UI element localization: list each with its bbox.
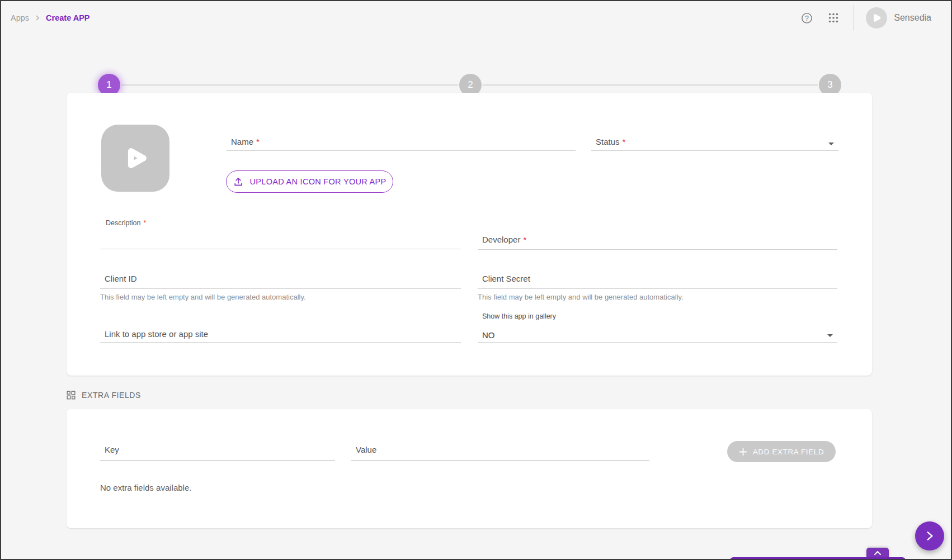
- apps-menu-button[interactable]: [826, 11, 841, 25]
- extra-field-value: Value: [351, 445, 649, 461]
- topbar-right: ? Sensedia: [799, 1, 951, 35]
- grid-dots-icon: [827, 12, 840, 24]
- step-number: 3: [827, 79, 832, 91]
- extra-fields-title: EXTRA FIELDS: [82, 391, 141, 400]
- stepper-connector: [483, 84, 818, 86]
- extra-field-key: Key: [100, 445, 335, 461]
- chevron-up-icon: [874, 550, 882, 556]
- svg-text:?: ?: [805, 14, 809, 22]
- description-label: Description*: [100, 219, 146, 227]
- upload-icon-button[interactable]: UPLOAD AN ICON FOR YOUR APP: [226, 170, 393, 193]
- brand: Sensedia: [866, 7, 931, 29]
- developer-field: Developer*: [478, 235, 837, 250]
- app-icon-placeholder: [101, 125, 169, 192]
- gallery-selected-value: NO: [478, 330, 495, 340]
- grid-squares-icon: [67, 391, 76, 400]
- help-button[interactable]: ?: [799, 11, 814, 25]
- description-input[interactable]: [100, 235, 461, 249]
- breadcrumb: Apps Create APP: [11, 1, 90, 35]
- play-mark-icon: [118, 141, 153, 175]
- breadcrumb-apps-link[interactable]: Apps: [11, 13, 29, 22]
- developer-input[interactable]: [478, 236, 837, 249]
- chevron-right-icon: [923, 530, 936, 542]
- sensedia-logo-icon: [866, 7, 887, 29]
- chevron-down-icon: [827, 334, 833, 337]
- bottom-panel-bar[interactable]: [730, 557, 906, 560]
- value-input[interactable]: [351, 447, 649, 460]
- topbar-divider: [853, 5, 854, 31]
- extra-fields-card: Key Value ADD EXTRA FIELD No extra field…: [67, 409, 872, 528]
- extra-fields-header: EXTRA FIELDS: [67, 389, 141, 401]
- description-field: Description*: [100, 217, 461, 249]
- basic-info-card: Name* Status* UPLOAD AN ICON FOR YOUR AP…: [67, 93, 872, 376]
- brand-name: Sensedia: [894, 13, 931, 23]
- add-extra-field-button[interactable]: ADD EXTRA FIELD: [727, 441, 836, 462]
- name-input[interactable]: [227, 137, 576, 150]
- gallery-label: Show this app in gallery: [482, 312, 556, 320]
- status-label: Status*: [591, 137, 625, 146]
- upload-icon: [233, 177, 243, 187]
- step-number: 2: [468, 79, 473, 91]
- gallery-select[interactable]: NO: [478, 327, 837, 343]
- client-id-field: Client ID: [100, 274, 461, 289]
- stepper-connector: [121, 84, 458, 86]
- add-button-label: ADD EXTRA FIELD: [753, 448, 824, 456]
- upload-button-label: UPLOAD AN ICON FOR YOUR APP: [250, 177, 387, 186]
- create-app-page: Apps Create APP ?: [0, 0, 952, 560]
- page-title: Create APP: [46, 13, 89, 22]
- topbar: Apps Create APP ?: [1, 1, 951, 35]
- client-id-helper: This field may be left empty and will be…: [100, 293, 306, 301]
- status-select[interactable]: Status*: [591, 137, 838, 151]
- next-step-button[interactable]: [915, 521, 944, 550]
- empty-extra-fields-message: No extra fields available.: [100, 483, 191, 492]
- key-input[interactable]: [100, 447, 335, 460]
- expand-bottom-panel-tab[interactable]: [866, 548, 889, 558]
- chevron-down-icon: [828, 143, 834, 145]
- app-store-link-field: Link to app store or app site: [100, 329, 461, 343]
- app-store-link-input[interactable]: [100, 329, 461, 342]
- wizard-stepper: 1 BASIC INFO 2 APIS AND PLANS 3 OVERVIEW: [1, 35, 951, 85]
- plus-icon: [739, 448, 747, 456]
- client-secret-helper: This field may be left empty and will be…: [478, 293, 684, 301]
- name-field: Name*: [227, 137, 576, 151]
- client-secret-input[interactable]: [478, 275, 837, 288]
- breadcrumb-chevron-icon: [35, 13, 40, 23]
- client-secret-field: Client Secret: [478, 274, 837, 289]
- step-number: 1: [106, 79, 111, 91]
- help-icon: ?: [800, 12, 813, 25]
- client-id-input[interactable]: [100, 275, 461, 288]
